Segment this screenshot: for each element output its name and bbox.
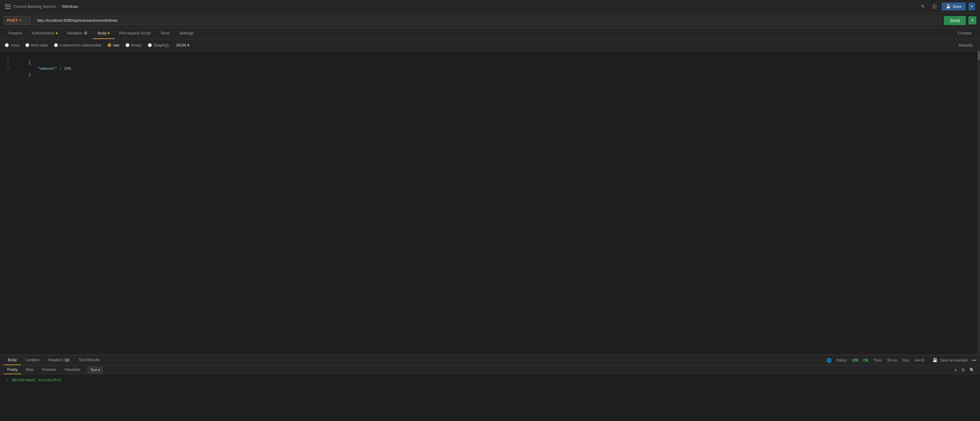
editor-line-2: "amount" : 200: [14, 60, 980, 66]
method-selector[interactable]: POST ▾: [4, 16, 31, 25]
resp-content-1: Withdrawal successful: [12, 377, 62, 384]
breadcrumb: Current Banking Service / Withdraw: [5, 4, 78, 10]
size-label: Size:: [902, 358, 910, 362]
tab-pre-request-script[interactable]: Pre-request Script: [115, 28, 156, 39]
request-tabs: Params Authorization Headers 9 Body Pre-…: [0, 28, 980, 39]
tab-settings[interactable]: Settings: [174, 28, 198, 39]
send-button[interactable]: Send: [944, 16, 966, 25]
response-actions: 💾 Save as example •••: [932, 358, 976, 363]
sub-tab-raw[interactable]: Raw: [22, 365, 37, 374]
editor-line-1: {: [14, 54, 980, 60]
top-bar-actions: ✎ 🛈 💾 Save ▾: [918, 2, 975, 11]
option-none[interactable]: none: [5, 43, 19, 48]
sub-tab-preview[interactable]: Preview: [39, 365, 60, 374]
json-format-label: JSON: [176, 43, 186, 48]
response-tab-body-label: Body: [8, 357, 17, 362]
size-value: 444 B: [915, 358, 924, 362]
editor-scrollbar[interactable]: [978, 51, 980, 354]
response-tab-test-results[interactable]: Test Results: [75, 355, 104, 365]
radio-form-data[interactable]: [25, 43, 29, 47]
json-value-200: 200: [64, 67, 71, 71]
json-format-arrow: ▾: [188, 43, 189, 48]
save-example-label[interactable]: Save as example: [940, 358, 967, 362]
tab-cookies-label: Cookies: [958, 31, 972, 35]
tab-body-label: Body: [97, 31, 107, 35]
option-form-data-label: form-data: [31, 43, 48, 48]
option-raw[interactable]: raw: [107, 43, 119, 48]
option-urlencoded[interactable]: x-www-form-urlencoded: [54, 43, 101, 48]
option-graphql[interactable]: GraphQL: [148, 43, 170, 48]
line-num-3: 3: [0, 66, 12, 72]
radio-none[interactable]: [5, 43, 9, 47]
response-tab-body[interactable]: Body: [4, 355, 21, 365]
editor-scrollbar-thumb: [978, 51, 980, 61]
url-input[interactable]: [33, 16, 941, 25]
json-key-amount: "amount": [38, 67, 57, 71]
tab-body[interactable]: Body: [92, 28, 115, 39]
save-dropdown-arrow[interactable]: ▾: [968, 3, 975, 10]
json-open-brace: {: [29, 61, 31, 65]
edit-icon-button[interactable]: ✎: [918, 2, 927, 11]
tab-cookies[interactable]: Cookies: [953, 28, 976, 39]
response-sub-tabs: Pretty Raw Preview Visualize Text ▾ ≡ ⧉ …: [0, 365, 980, 375]
more-options-icon[interactable]: •••: [972, 358, 976, 363]
time-value: 28 ms: [887, 358, 897, 362]
radio-binary[interactable]: [126, 43, 129, 47]
option-binary[interactable]: binary: [126, 43, 142, 48]
editor-gutter: 1 2 3: [0, 51, 12, 72]
sub-tab-raw-label: Raw: [26, 367, 34, 372]
beautify-button[interactable]: Beautify: [956, 41, 975, 49]
response-format-dropdown[interactable]: Text ▾: [88, 367, 103, 373]
response-tab-test-results-label: Test Results: [79, 357, 100, 362]
option-raw-label: raw: [113, 43, 119, 48]
response-tab-headers[interactable]: Headers 14: [44, 355, 75, 365]
globe-icon: 🌐: [826, 358, 832, 363]
save-label: Save: [953, 4, 962, 9]
filter-icon-button[interactable]: ≡: [953, 366, 959, 373]
tab-authorization[interactable]: Authorization: [27, 28, 62, 39]
method-arrow: ▾: [19, 19, 21, 22]
response-output: 1 Withdrawal successful: [0, 375, 980, 421]
info-icon-button[interactable]: 🛈: [930, 3, 939, 11]
send-dropdown-arrow[interactable]: ▾: [968, 16, 976, 24]
json-colon: :: [57, 67, 64, 71]
time-label: Time:: [873, 358, 883, 362]
radio-urlencoded[interactable]: [54, 43, 58, 47]
status-text: OK: [863, 358, 869, 362]
radio-raw[interactable]: [107, 43, 111, 47]
save-icon: 💾: [946, 4, 951, 9]
response-format-arrow: ▾: [98, 368, 100, 372]
editor-content: { "amount" : 200 }: [14, 54, 980, 72]
menu-icon[interactable]: [5, 4, 11, 10]
tab-headers[interactable]: Headers 9: [62, 28, 93, 39]
tab-settings-label: Settings: [179, 31, 193, 35]
tab-params[interactable]: Params: [4, 28, 27, 39]
response-tab-headers-label: Headers: [48, 357, 63, 362]
authorization-dot: [56, 32, 57, 34]
method-label: POST: [7, 18, 18, 23]
url-bar: POST ▾ Send ▾: [0, 13, 980, 28]
save-example-icon: 💾: [932, 358, 937, 362]
json-indent: [29, 67, 38, 71]
sub-tab-visualize[interactable]: Visualize: [61, 365, 84, 374]
option-form-data[interactable]: form-data: [25, 43, 48, 48]
response-format-label: Text: [90, 368, 97, 372]
editor-line-3: }: [14, 66, 980, 72]
sub-tab-pretty[interactable]: Pretty: [4, 365, 21, 374]
sub-tab-visualize-label: Visualize: [65, 367, 80, 372]
tab-tests[interactable]: Tests: [156, 28, 174, 39]
tab-pre-request-label: Pre-request Script: [119, 31, 151, 35]
top-bar: Current Banking Service / Withdraw ✎ 🛈 💾…: [0, 0, 980, 13]
response-headers-badge: 14: [64, 358, 70, 362]
response-tab-cookies[interactable]: Cookies: [21, 355, 44, 365]
save-button[interactable]: 💾 Save: [942, 2, 966, 11]
request-body-editor[interactable]: 1 2 3 { "amount" : 200 }: [0, 51, 980, 354]
option-urlencoded-label: x-www-form-urlencoded: [60, 43, 101, 48]
copy-response-button[interactable]: ⧉: [960, 366, 966, 373]
status-label: Status:: [836, 358, 848, 362]
json-close-brace: }: [29, 72, 31, 77]
json-format-dropdown[interactable]: JSON ▾: [176, 43, 189, 48]
search-response-button[interactable]: 🔍: [967, 366, 976, 373]
radio-graphql[interactable]: [148, 43, 152, 47]
line-num-1: 1: [0, 54, 12, 60]
